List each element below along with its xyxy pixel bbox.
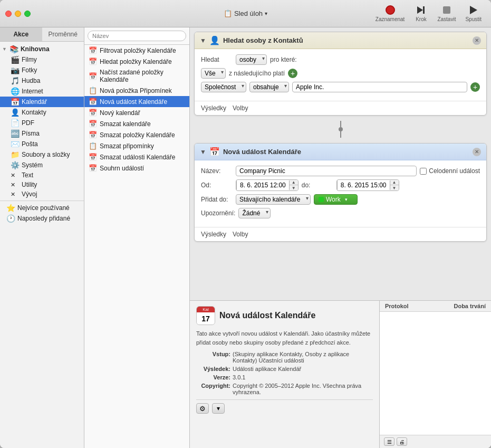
sidebar-item-text[interactable]: ✕ Text (0, 170, 84, 180)
action-items: 📅 Filtrovat položky Kalendáře 📅 Hledat p… (84, 45, 189, 448)
card-new-event-close-button[interactable]: ✕ (473, 148, 481, 156)
work-color-dot (319, 197, 324, 202)
calendar-select[interactable]: Stávajícího kalendáře (236, 194, 311, 205)
close-button[interactable] (5, 11, 12, 17)
tab-promenne[interactable]: Proměnné (42, 27, 84, 41)
action-item-novy-kalendar[interactable]: 📅 Nový kalendář (84, 107, 189, 118)
tab-akce[interactable]: Akce (0, 27, 42, 41)
action-item-filtrovat[interactable]: 📅 Filtrovat položky Kalendáře (84, 45, 189, 56)
sidebar-item-soubory[interactable]: 📁 Soubory a složky (0, 149, 84, 160)
reminder-select[interactable]: Žádné (238, 208, 271, 218)
find-select[interactable]: osoby (236, 54, 267, 65)
work-calendar-dropdown[interactable]: Work ▾ (314, 194, 358, 205)
action-item-nacist[interactable]: 📅 Načíst zadané položky Kalendáře (84, 67, 189, 85)
info-detail-vstup: Vstup: (Skupiny aplikace Kontakty, Osoby… (196, 351, 373, 364)
sidebar-item-pdf[interactable]: 📄 PDF (0, 118, 84, 128)
action-item-smazat-polozky[interactable]: 📅 Smazat položky Kalendáře (84, 129, 189, 140)
expand-button[interactable]: ▾ (212, 403, 225, 414)
step-button[interactable]: Krok (410, 3, 432, 24)
all-select[interactable]: Vše (201, 68, 226, 79)
options-link-1[interactable]: Volby (233, 104, 248, 112)
action-item-souhrn[interactable]: 📅 Souhrn událostí (84, 163, 189, 174)
add-to-row: Přidat do: Stávajícího kalendáře Work ▾ (201, 194, 480, 205)
action-item-nova-polozka[interactable]: 📋 Nová položka Připomínek (84, 85, 189, 96)
search-input[interactable] (88, 31, 186, 41)
title-dropdown-icon[interactable]: ▾ (265, 11, 267, 16)
action-list: 📅 Filtrovat položky Kalendáře 📅 Hledat p… (84, 27, 190, 448)
card-new-event: ▼ 📅 Nová událost Kalendáře ✕ Název: Ce (194, 143, 487, 242)
action-item-hledat[interactable]: 📅 Hledat položky Kalendáře (84, 56, 189, 67)
sidebar-item-vyvoj[interactable]: ✕ Vývoj (0, 189, 84, 199)
to-date-stepper: 8. 6. 2015 15:00 ▲ ▼ (336, 179, 399, 191)
options-link-2[interactable]: Volby (233, 231, 248, 238)
company-value-input[interactable] (292, 82, 467, 92)
to-date-down[interactable]: ▼ (390, 185, 399, 190)
sidebar-item-internet[interactable]: 🌐 Internet (0, 86, 84, 97)
tree-arrow-icon: ▼ (2, 46, 7, 52)
text-icon: ✕ (11, 172, 19, 179)
add-condition-button[interactable]: + (288, 69, 297, 78)
from-date-down[interactable]: ▼ (290, 185, 298, 190)
event-name-input[interactable] (236, 166, 417, 176)
log-body (380, 312, 491, 435)
info-detail-vysledek: Výsledek: Události aplikace Kalendář (196, 366, 373, 372)
sidebar-item-kontakty[interactable]: 👤 Kontakty (0, 107, 84, 118)
action-nova-polozka-icon: 📋 (89, 87, 97, 94)
bottom-section: Kal 17 Nová událost Kalendáře Tato akce … (190, 300, 491, 448)
sidebar-item-pisma[interactable]: 🔤 Písma (0, 128, 84, 139)
action-item-smazat-udalosti[interactable]: 📅 Smazat události Kalendáře (84, 151, 189, 163)
all-select-wrap: Vše (201, 68, 226, 79)
maximize-button[interactable] (24, 11, 31, 17)
add-company-condition-button[interactable]: + (470, 82, 480, 92)
card-new-event-body: Název: Celodenní událost Od: 8. 6. 201 (195, 160, 486, 227)
action-nacist-icon: 📅 (89, 72, 97, 80)
sidebar-item-knihovna[interactable]: ▼ 📚 Knihovna (0, 44, 84, 54)
action-smazat-udalosti-icon: 📅 (89, 153, 97, 161)
contains-select[interactable]: obsahuje (249, 82, 289, 92)
sidebar-item-nejpouzivane[interactable]: ⭐ Nejvíce používané (0, 203, 84, 213)
sidebar-item-utility[interactable]: ✕ Utility (0, 180, 84, 189)
sidebar-item-hudba[interactable]: 🎵 Hudba (0, 75, 84, 86)
action-item-smazat-pripominky[interactable]: 📋 Smazat připomínky (84, 140, 189, 151)
knihovna-icon: 📚 (9, 45, 18, 53)
sidebar-item-posta[interactable]: ✉️ Pošta (0, 139, 84, 149)
pdf-icon: 📄 (11, 119, 19, 127)
stop-button[interactable]: Zastavit (433, 3, 460, 24)
sidebar-item-kalendar[interactable]: 📅 Kalendář (0, 97, 84, 107)
action-smazat-polozky-icon: 📅 (89, 131, 97, 139)
to-date-up[interactable]: ▲ (390, 180, 399, 185)
filmy-icon: 🎬 (11, 55, 19, 64)
run-button[interactable]: Spustit (461, 3, 486, 24)
sidebar-item-fotky[interactable]: 📷 Fotky (0, 65, 84, 75)
sidebar-item-system[interactable]: ⚙️ Systém (0, 160, 84, 170)
naposledy-icon: 🕐 (6, 214, 15, 223)
record-button[interactable]: Zaznamenat (371, 3, 409, 24)
card-new-event-toggle-icon[interactable]: ▼ (200, 148, 206, 156)
system-icon: ⚙️ (11, 161, 19, 169)
log-list-btn[interactable]: ☰ (384, 437, 394, 446)
nejpouzivane-icon: ⭐ (6, 204, 15, 212)
reminder-row: Upozornění: Žádné (201, 208, 480, 218)
contains-select-wrap: obsahuje (249, 82, 289, 92)
card-find-contacts-footer: Výsledky Volby (195, 101, 486, 115)
info-title-row: Kal 17 Nová událost Kalendáře (196, 306, 373, 325)
all-row: Vše z následujícího platí + (201, 68, 480, 79)
action-item-smazat-kalendare[interactable]: 📅 Smazat kalendáře (84, 118, 189, 129)
action-item-nova-udalost[interactable]: 📅 Nová událost Kalendáře (84, 96, 189, 107)
from-date-up[interactable]: ▲ (290, 180, 298, 185)
sidebar-item-naposledy[interactable]: 🕐 Naposledy přidané (0, 213, 84, 224)
all-day-checkbox[interactable] (420, 168, 427, 175)
minimize-button[interactable] (15, 11, 21, 17)
sidebar-tree: ▼ 📚 Knihovna 🎬 Filmy 📷 Fotky 🎵 Hudba (0, 42, 84, 448)
log-area: Protokol Doba trvání ☰ 🖨 (380, 300, 491, 448)
results-link-2[interactable]: Výsledky (201, 231, 226, 238)
log-print-btn[interactable]: 🖨 (397, 437, 407, 446)
results-link-1[interactable]: Výsledky (201, 104, 226, 112)
company-select[interactable]: Společnost (201, 82, 246, 92)
gear-button[interactable]: ⚙ (196, 403, 209, 414)
sidebar-item-filmy[interactable]: 🎬 Filmy (0, 54, 84, 65)
window-title: 📋 Sled úloh ▾ (224, 9, 267, 17)
info-detail-verze: Verze: 3.0.1 (196, 374, 373, 380)
card-close-button[interactable]: ✕ (473, 36, 481, 45)
card-toggle-icon[interactable]: ▼ (200, 37, 206, 44)
